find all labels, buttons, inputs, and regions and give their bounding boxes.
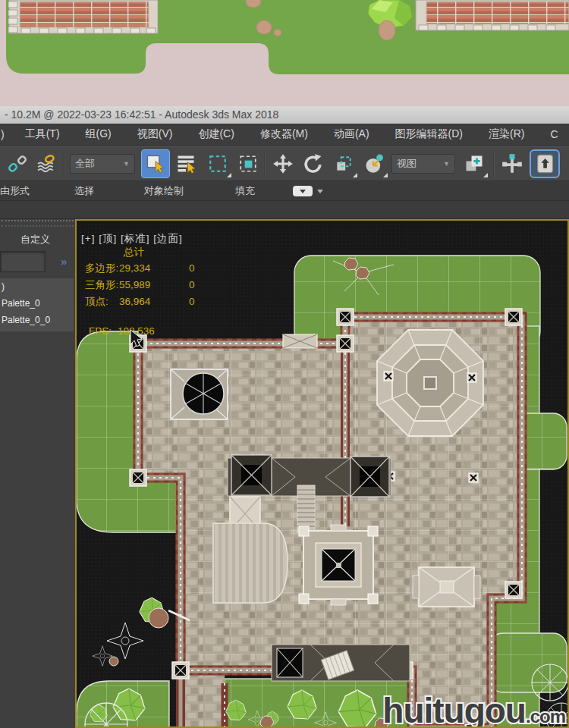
main-toolbar: 全部 ▼ (0, 146, 569, 181)
render-preview-canvas (0, 0, 569, 106)
palette-list-item[interactable]: ) (0, 278, 74, 295)
select-and-manipulate-icon (501, 153, 523, 174)
octagon-pavilion (377, 330, 483, 436)
3dsmax-window: { "title_bar": { "text": "- 10.2M @ 2022… (0, 0, 569, 728)
palette-search-input[interactable] (0, 251, 46, 272)
move-icon (272, 153, 294, 174)
tab-object-paint[interactable]: 对象绘制 (144, 184, 184, 198)
toolbar-separator (493, 151, 495, 177)
select-object-icon (145, 153, 166, 174)
palette-panel-title: 自定义 (20, 233, 50, 246)
palette-panel: 自定义 » ) Palette_0 Palette_0_0 (0, 219, 75, 728)
rectangular-selection-region-icon (208, 154, 228, 174)
keyboard-shortcut-override-button[interactable] (530, 149, 560, 178)
watermark-tld: .com (526, 706, 565, 726)
menu-item-clipped-right[interactable]: C (537, 128, 569, 140)
toolbar-separator (64, 151, 65, 177)
use-pivot-point-center-button[interactable] (460, 149, 489, 178)
stats-row-total: 55,989 (119, 279, 150, 290)
selection-filter-value: 全部 (75, 157, 95, 171)
selection-filter-dropdown[interactable]: 全部 ▼ (70, 154, 135, 174)
menu-bar: ) 工具(T) 组(G) 视图(V) 创建(C) 修改器(M) 动画(A) 图形… (0, 124, 569, 146)
palette-list-item[interactable]: Palette_0 (0, 295, 74, 312)
menu-item-rendering[interactable]: 渲染(R) (476, 127, 537, 141)
east-shrine (413, 567, 480, 607)
rotate-icon (303, 153, 324, 174)
ribbon-minimize-button[interactable] (293, 186, 313, 196)
palette-list: ) Palette_0 Palette_0_0 (0, 278, 74, 331)
stats-row-label: 多边形: (85, 262, 118, 274)
ribbon-tab-bar: 由形式 选择 对象绘制 填充 (0, 181, 569, 201)
menu-item-group[interactable]: 组(G) (73, 127, 124, 141)
stats-row-selected: 0 (189, 296, 195, 307)
window-crossing-toggle-button[interactable] (234, 149, 262, 178)
stats-header: 总计 (123, 246, 145, 258)
menu-item-animation[interactable]: 动画(A) (321, 127, 382, 141)
select-and-place-icon (363, 153, 385, 174)
ribbon-body-strip (0, 201, 569, 219)
staircase (297, 485, 315, 532)
coordinate-system-value: 视图 (397, 157, 417, 171)
bind-to-space-warp-icon (36, 154, 56, 174)
menu-item-clipped-left[interactable]: ) (0, 128, 12, 140)
window-title: - 10.2M @ 2022-03-23 16:42:51 - Autodesk… (0, 106, 569, 124)
menu-item-graph-editors[interactable]: 图形编辑器(D) (382, 127, 476, 141)
tab-populate[interactable]: 填充 (235, 184, 255, 198)
palette-title-row: 自定义 (0, 230, 75, 249)
stats-row-label: 三角形: (85, 279, 118, 290)
window-crossing-icon (238, 154, 258, 174)
stats-row-label: 顶点: (85, 296, 108, 307)
expand-chevron-icon[interactable]: » (61, 255, 67, 268)
dropdown-arrow-icon: ▼ (443, 160, 450, 168)
striped-platform (213, 523, 288, 603)
tab-selection[interactable]: 选择 (74, 184, 94, 198)
select-and-rotate-button[interactable] (299, 149, 328, 178)
render-preview-image (0, 0, 569, 106)
unlink-icon (8, 154, 27, 174)
pivot-point-center-icon (464, 153, 485, 174)
stats-row-selected: 0 (189, 262, 195, 274)
ribbon-options-arrow-icon[interactable] (317, 190, 323, 193)
north-gate (283, 334, 317, 348)
panel-drag-handle[interactable] (2, 220, 74, 227)
reference-coordinate-system-dropdown[interactable]: 视图 ▼ (391, 154, 455, 174)
bind-to-space-warp-button[interactable] (32, 149, 61, 178)
menu-item-modifiers[interactable]: 修改器(M) (247, 127, 321, 141)
menu-item-create[interactable]: 创建(C) (185, 127, 247, 141)
select-by-name-button[interactable] (171, 149, 200, 178)
select-and-place-button[interactable] (360, 149, 388, 178)
render-building-left (8, 0, 158, 33)
toolbar-separator (264, 151, 266, 177)
chevron-down-icon (300, 190, 306, 193)
watermark-brand: huitugou (382, 691, 526, 728)
viewport-canvas: huitugou.com [+] [顶] [标准] [边面] 总计 多边形: 2… (75, 219, 569, 728)
stats-row-selected: 0 (189, 279, 195, 290)
south-hall (272, 645, 410, 681)
select-object-button[interactable] (141, 149, 170, 178)
viewport-label[interactable]: [+] [顶] [标准] [边面] (81, 233, 183, 244)
select-and-scale-button[interactable] (329, 149, 358, 178)
unlink-button[interactable] (3, 149, 32, 178)
palette-list-item[interactable]: Palette_0_0 (0, 312, 74, 328)
top-viewport[interactable]: huitugou.com [+] [顶] [标准] [边面] 总计 多边形: 2… (75, 219, 569, 728)
tab-freeform[interactable]: 由形式 (0, 184, 30, 198)
round-structure (171, 369, 228, 419)
central-pavilion (299, 525, 378, 605)
stats-row-total: 29,334 (119, 262, 151, 274)
select-by-name-icon (175, 153, 196, 174)
select-and-move-button[interactable] (269, 149, 297, 178)
dropdown-arrow-icon: ▼ (123, 160, 130, 168)
render-building-right (416, 0, 569, 30)
keyboard-override-icon (534, 153, 555, 174)
menu-item-tools[interactable]: 工具(T) (12, 127, 73, 141)
menu-item-views[interactable]: 视图(V) (124, 127, 186, 141)
scale-icon (334, 154, 354, 174)
fps-label: FPS: (89, 325, 112, 337)
rectangular-selection-region-button[interactable] (203, 149, 232, 178)
select-and-manipulate-button[interactable] (498, 149, 527, 178)
stats-row-total: 36,964 (119, 296, 151, 307)
